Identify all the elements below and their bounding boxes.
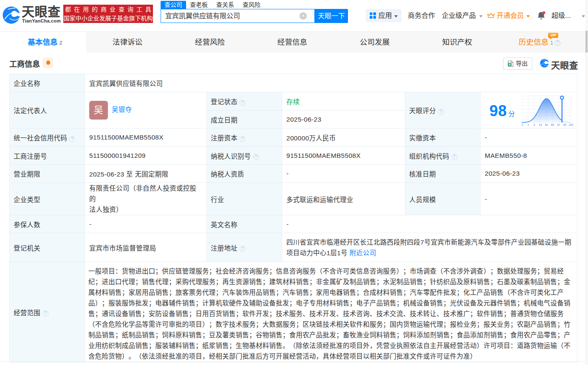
- svg-text:100: 100: [568, 123, 574, 126]
- svg-text:99: 99: [563, 123, 566, 126]
- svg-text:1: 1: [527, 123, 529, 126]
- svg-text:85: 85: [551, 123, 554, 126]
- svg-text:0: 0: [522, 123, 523, 126]
- svg-text:15: 15: [539, 123, 542, 126]
- svg-text:50: 50: [545, 123, 548, 126]
- svg-text:3: 3: [534, 123, 535, 126]
- svg-text:97: 97: [557, 123, 560, 126]
